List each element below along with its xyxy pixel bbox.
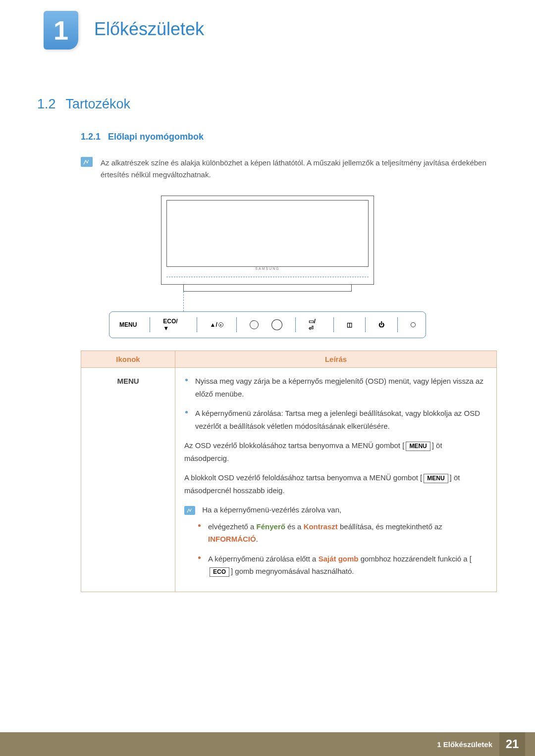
chapter-number: 1 <box>54 15 68 46</box>
panel-led-icon <box>411 322 416 327</box>
panel-menu-label: MENU <box>119 321 137 328</box>
cell-desc: Nyissa meg vagy zárja be a képernyős meg… <box>175 368 497 592</box>
footer-page-number: 21 <box>499 732 525 756</box>
monitor-brand: SAMSUNG <box>255 267 279 270</box>
monitor-dash-line <box>166 277 369 277</box>
inner-note-bullet: elvégezhető a Fényerő és a Kontraszt beá… <box>198 520 487 546</box>
panel-up-icon: ▲/ <box>210 321 223 328</box>
inner-note-intro: Ha a képernyőmenü-vezérlés zárolva van, <box>202 505 341 514</box>
cell-icon: MENU <box>81 368 175 592</box>
menu-button-label: MENU <box>406 442 430 451</box>
monitor-screen <box>166 200 369 267</box>
info-note: Az alkatrészek színe és alakja különbözh… <box>81 157 498 181</box>
subsection-number: 1.2.1 <box>81 132 101 142</box>
panel-power-icon: ⏻ <box>378 321 384 328</box>
kw-custom-button: Saját gomb <box>319 554 359 563</box>
chapter-title: Előkészületek <box>94 19 204 40</box>
panel-divider <box>365 317 366 332</box>
section-heading: 1.2 Tartozékok <box>37 97 498 112</box>
inner-note: Ha a képernyőmenü-vezérlés zárolva van, … <box>184 504 487 578</box>
dash-connector <box>183 292 184 311</box>
panel-eco-label: ECO/▼ <box>163 318 183 332</box>
description-table: Ikonok Leírás MENU Nyissa meg vagy zárja… <box>81 351 497 592</box>
panel-divider <box>333 317 334 332</box>
note-text: Az alkatrészek színe és alakja különbözh… <box>101 157 498 181</box>
icon-menu-label: MENU <box>117 377 139 385</box>
panel-divider <box>236 317 237 332</box>
section-number: 1.2 <box>37 97 56 112</box>
panel-source-icon: ▭/⏎ <box>309 318 321 332</box>
panel-pip-icon: ◫ <box>347 321 352 328</box>
subsection-title: Előlapi nyomógombok <box>108 132 204 142</box>
panel-divider <box>295 317 296 332</box>
th-icons: Ikonok <box>81 351 175 368</box>
desc-bullet: Nyissa meg vagy zárja be a képernyős meg… <box>184 375 487 400</box>
menu-button-label: MENU <box>424 474 448 483</box>
page-footer: 1 Előkészületek 21 <box>0 732 535 756</box>
eco-button-label: ECO <box>210 567 229 577</box>
inner-note-bullet: A képernyőmenü zárolása előtt a Saját go… <box>198 553 487 578</box>
footer-label: 1 Előkészületek <box>437 740 492 749</box>
kw-contrast: Kontraszt <box>304 522 338 531</box>
note-icon <box>81 157 93 167</box>
monitor-diagram: SAMSUNG MENU ECO/▼ ▲/ ▭/⏎ ◫ ⏻ <box>109 196 426 338</box>
kw-brightness: Fényerő <box>257 522 285 531</box>
monitor-outline: SAMSUNG <box>161 196 374 285</box>
panel-divider <box>197 317 197 332</box>
th-desc: Leírás <box>175 351 497 368</box>
section-title: Tartozékok <box>66 97 131 112</box>
desc-para: Az OSD vezérlő blokkolásához tartsa beny… <box>184 439 487 464</box>
kw-information: INFORMÁCIÓ <box>208 535 256 543</box>
panel-divider <box>150 317 150 332</box>
subsection-heading: 1.2.1 Előlapi nyomógombok <box>81 132 498 142</box>
panel-circle-icon <box>250 320 259 329</box>
desc-para: A blokkolt OSD vezérlő feloldásához tart… <box>184 471 487 497</box>
desc-bullet: A képernyőmenü zárolása: Tartsa meg a je… <box>184 407 487 432</box>
monitor-stand <box>183 285 352 292</box>
button-panel: MENU ECO/▼ ▲/ ▭/⏎ ◫ ⏻ <box>109 311 426 338</box>
note-icon <box>184 506 195 515</box>
panel-circle-large-icon <box>271 319 282 330</box>
chapter-tab: 1 <box>44 11 78 50</box>
panel-divider <box>397 317 398 332</box>
